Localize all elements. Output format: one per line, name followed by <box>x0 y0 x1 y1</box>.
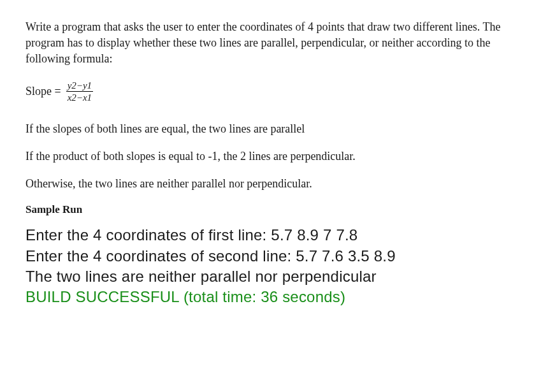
output-line-3: The two lines are neither parallel nor p… <box>25 266 509 287</box>
slope-formula: Slope = y2−y1 x2−x1 <box>25 80 509 103</box>
rule-perpendicular: If the product of both slopes is equal t… <box>25 149 509 164</box>
build-status: BUILD SUCCESSFUL (total time: 36 seconds… <box>25 287 509 307</box>
output-line-1: Enter the 4 coordinates of first line: 5… <box>25 225 509 245</box>
problem-statement: Write a program that asks the user to en… <box>25 19 509 68</box>
sample-output: Enter the 4 coordinates of first line: 5… <box>25 225 509 308</box>
sample-run-heading: Sample Run <box>25 203 509 216</box>
formula-label: Slope = <box>25 85 61 98</box>
rule-parallel: If the slopes of both lines are equal, t… <box>25 121 509 137</box>
fraction-denominator: x2−x1 <box>66 92 93 103</box>
output-line-2: Enter the 4 coordinates of second line: … <box>25 246 509 266</box>
fraction: y2−y1 x2−x1 <box>66 80 93 103</box>
fraction-numerator: y2−y1 <box>66 80 93 92</box>
rule-neither: Otherwise, the two lines are neither par… <box>25 176 509 192</box>
